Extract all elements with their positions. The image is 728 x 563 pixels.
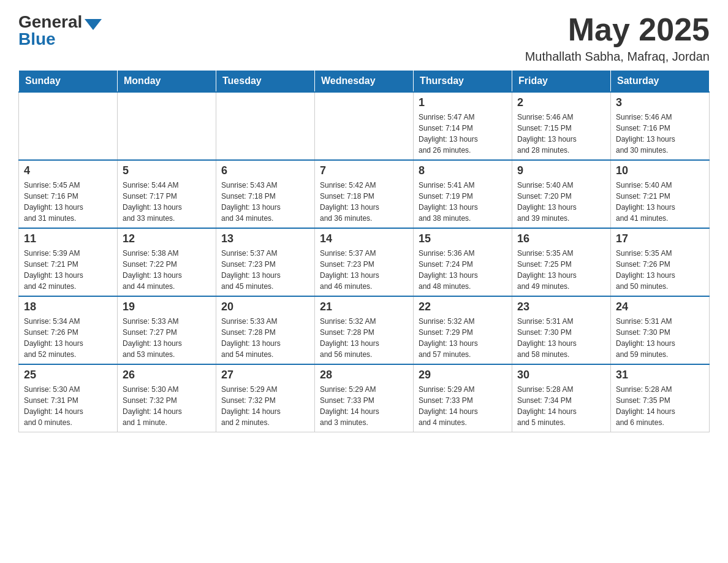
day-info: Sunrise: 5:40 AM Sunset: 7:21 PM Dayligh… [616,180,704,224]
day-info: Sunrise: 5:41 AM Sunset: 7:19 PM Dayligh… [419,180,507,224]
day-number: 18 [24,301,112,313]
calendar-week-row-2: 4Sunrise: 5:45 AM Sunset: 7:16 PM Daylig… [19,160,710,228]
day-number: 17 [616,232,704,245]
calendar-cell [216,92,315,160]
col-thursday: Thursday [414,71,512,93]
calendar-cell: 26Sunrise: 5:30 AM Sunset: 7:32 PM Dayli… [118,364,216,432]
day-info: Sunrise: 5:43 AM Sunset: 7:18 PM Dayligh… [221,180,309,224]
day-number: 21 [320,301,408,313]
day-info: Sunrise: 5:28 AM Sunset: 7:34 PM Dayligh… [517,384,605,428]
day-info: Sunrise: 5:42 AM Sunset: 7:18 PM Dayligh… [320,180,408,224]
day-info: Sunrise: 5:44 AM Sunset: 7:17 PM Dayligh… [123,180,211,224]
calendar-cell: 8Sunrise: 5:41 AM Sunset: 7:19 PM Daylig… [414,160,512,228]
day-number: 25 [24,369,112,381]
calendar-cell [118,92,216,160]
calendar-cell: 25Sunrise: 5:30 AM Sunset: 7:31 PM Dayli… [19,364,118,432]
day-info: Sunrise: 5:32 AM Sunset: 7:28 PM Dayligh… [320,316,408,360]
day-number: 14 [320,232,408,245]
calendar-cell: 5Sunrise: 5:44 AM Sunset: 7:17 PM Daylig… [118,160,216,228]
day-info: Sunrise: 5:33 AM Sunset: 7:28 PM Dayligh… [221,316,309,360]
day-number: 5 [123,164,211,177]
day-number: 4 [24,164,112,177]
day-info: Sunrise: 5:40 AM Sunset: 7:20 PM Dayligh… [517,180,605,224]
calendar-cell: 6Sunrise: 5:43 AM Sunset: 7:18 PM Daylig… [216,160,315,228]
calendar-cell: 31Sunrise: 5:28 AM Sunset: 7:35 PM Dayli… [611,364,710,432]
calendar-cell: 15Sunrise: 5:36 AM Sunset: 7:24 PM Dayli… [414,228,512,296]
day-info: Sunrise: 5:32 AM Sunset: 7:29 PM Dayligh… [419,316,507,360]
calendar-cell: 24Sunrise: 5:31 AM Sunset: 7:30 PM Dayli… [611,296,710,364]
col-wednesday: Wednesday [315,71,414,93]
calendar-cell: 16Sunrise: 5:35 AM Sunset: 7:25 PM Dayli… [512,228,611,296]
day-number: 6 [221,164,309,177]
calendar-week-row-4: 18Sunrise: 5:34 AM Sunset: 7:26 PM Dayli… [19,296,710,364]
day-info: Sunrise: 5:30 AM Sunset: 7:32 PM Dayligh… [123,384,211,428]
day-info: Sunrise: 5:29 AM Sunset: 7:33 PM Dayligh… [320,384,408,428]
calendar-cell: 9Sunrise: 5:40 AM Sunset: 7:20 PM Daylig… [512,160,611,228]
day-number: 10 [616,164,704,177]
calendar-cell: 19Sunrise: 5:33 AM Sunset: 7:27 PM Dayli… [118,296,216,364]
day-info: Sunrise: 5:39 AM Sunset: 7:21 PM Dayligh… [24,248,112,292]
calendar-cell [19,92,118,160]
calendar-cell: 20Sunrise: 5:33 AM Sunset: 7:28 PM Dayli… [216,296,315,364]
day-info: Sunrise: 5:33 AM Sunset: 7:27 PM Dayligh… [123,316,211,360]
day-number: 9 [517,164,605,177]
calendar-cell: 14Sunrise: 5:37 AM Sunset: 7:23 PM Dayli… [315,228,414,296]
day-number: 27 [221,369,309,381]
day-info: Sunrise: 5:29 AM Sunset: 7:32 PM Dayligh… [221,384,309,428]
day-number: 11 [24,232,112,245]
day-info: Sunrise: 5:29 AM Sunset: 7:33 PM Dayligh… [419,384,507,428]
day-number: 30 [517,369,605,381]
day-number: 29 [419,369,507,381]
day-number: 13 [221,232,309,245]
day-info: Sunrise: 5:31 AM Sunset: 7:30 PM Dayligh… [616,316,704,360]
day-number: 28 [320,369,408,381]
calendar-cell: 11Sunrise: 5:39 AM Sunset: 7:21 PM Dayli… [19,228,118,296]
day-number: 26 [123,369,211,381]
title-section: May 2025 Muthallath Sabha, Mafraq, Jorda… [525,12,710,64]
day-number: 22 [419,301,507,313]
calendar-cell: 13Sunrise: 5:37 AM Sunset: 7:23 PM Dayli… [216,228,315,296]
calendar-cell: 28Sunrise: 5:29 AM Sunset: 7:33 PM Dayli… [315,364,414,432]
calendar-cell: 21Sunrise: 5:32 AM Sunset: 7:28 PM Dayli… [315,296,414,364]
day-info: Sunrise: 5:37 AM Sunset: 7:23 PM Dayligh… [320,248,408,292]
calendar-week-row-3: 11Sunrise: 5:39 AM Sunset: 7:21 PM Dayli… [19,228,710,296]
day-number: 19 [123,301,211,313]
location-subtitle: Muthallath Sabha, Mafraq, Jordan [525,50,710,64]
calendar-cell: 29Sunrise: 5:29 AM Sunset: 7:33 PM Dayli… [414,364,512,432]
day-number: 20 [221,301,309,313]
calendar-cell [315,92,414,160]
calendar-cell: 1Sunrise: 5:47 AM Sunset: 7:14 PM Daylig… [414,92,512,160]
day-info: Sunrise: 5:28 AM Sunset: 7:35 PM Dayligh… [616,384,704,428]
day-number: 31 [616,369,704,381]
day-info: Sunrise: 5:34 AM Sunset: 7:26 PM Dayligh… [24,316,112,360]
logo: General Blue [18,12,102,49]
day-info: Sunrise: 5:46 AM Sunset: 7:15 PM Dayligh… [517,112,605,156]
month-title: May 2025 [525,12,710,47]
col-saturday: Saturday [611,71,710,93]
day-info: Sunrise: 5:47 AM Sunset: 7:14 PM Dayligh… [419,112,507,156]
logo-blue-text: Blue [18,29,56,49]
day-number: 2 [517,96,605,109]
day-info: Sunrise: 5:37 AM Sunset: 7:23 PM Dayligh… [221,248,309,292]
day-info: Sunrise: 5:31 AM Sunset: 7:30 PM Dayligh… [517,316,605,360]
calendar-cell: 23Sunrise: 5:31 AM Sunset: 7:30 PM Dayli… [512,296,611,364]
day-number: 15 [419,232,507,245]
day-number: 7 [320,164,408,177]
col-monday: Monday [118,71,216,93]
day-number: 3 [616,96,704,109]
logo-arrow-icon [85,19,102,30]
col-sunday: Sunday [19,71,118,93]
col-friday: Friday [512,71,611,93]
calendar-cell: 30Sunrise: 5:28 AM Sunset: 7:34 PM Dayli… [512,364,611,432]
calendar-header-row: Sunday Monday Tuesday Wednesday Thursday… [19,71,710,93]
calendar-cell: 27Sunrise: 5:29 AM Sunset: 7:32 PM Dayli… [216,364,315,432]
day-info: Sunrise: 5:45 AM Sunset: 7:16 PM Dayligh… [24,180,112,224]
day-number: 1 [419,96,507,109]
calendar-cell: 2Sunrise: 5:46 AM Sunset: 7:15 PM Daylig… [512,92,611,160]
day-info: Sunrise: 5:35 AM Sunset: 7:26 PM Dayligh… [616,248,704,292]
calendar-cell: 18Sunrise: 5:34 AM Sunset: 7:26 PM Dayli… [19,296,118,364]
calendar-cell: 12Sunrise: 5:38 AM Sunset: 7:22 PM Dayli… [118,228,216,296]
day-info: Sunrise: 5:35 AM Sunset: 7:25 PM Dayligh… [517,248,605,292]
day-info: Sunrise: 5:30 AM Sunset: 7:31 PM Dayligh… [24,384,112,428]
calendar-cell: 10Sunrise: 5:40 AM Sunset: 7:21 PM Dayli… [611,160,710,228]
